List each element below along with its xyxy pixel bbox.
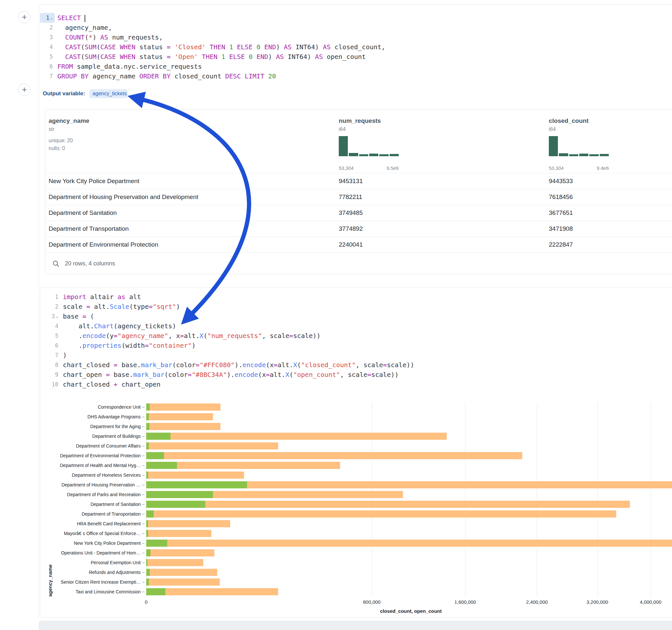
- code-token: "sqrt": [153, 303, 176, 311]
- closed-count-bar: [146, 579, 220, 586]
- code-line[interactable]: 1⌄SELECT: [40, 13, 623, 23]
- column-header-closed_count[interactable]: closed_counti6453,3049.4e6: [549, 117, 672, 172]
- python-cell-card: 1import altair as alt2scale = alt.Scale(…: [40, 287, 672, 618]
- line-number-text: 4: [55, 321, 58, 331]
- code-token: 0: [249, 53, 253, 60]
- column-header-num_requests[interactable]: num_requestsi6453,3049.5e6: [339, 117, 540, 172]
- open-count-bar: [146, 549, 150, 556]
- code-token: (type: [129, 303, 149, 311]
- code-line[interactable]: 7GROUP BY agency_name ORDER BY closed_co…: [40, 71, 623, 81]
- code-token: alt.: [184, 332, 199, 340]
- fold-caret-icon[interactable]: ⌄: [50, 13, 53, 23]
- code-line[interactable]: 5 CAST(SUM(CASE WHEN status = 'Open' THE…: [40, 52, 623, 62]
- code-line[interactable]: 3⌄base = (: [45, 311, 629, 321]
- histogram-bar: [559, 153, 568, 156]
- fold-caret-icon[interactable]: ⌄: [56, 311, 58, 321]
- code-token: X: [285, 371, 289, 379]
- closed-count-bar: [146, 442, 278, 450]
- y-axis-tick: [142, 563, 145, 563]
- add-cell-button-middle[interactable]: +: [18, 83, 30, 96]
- line-number: 4: [45, 321, 60, 331]
- open-count-bar: [146, 462, 177, 469]
- add-cell-button-top[interactable]: +: [18, 11, 30, 23]
- output-variable-chip[interactable]: agency_tickets: [90, 89, 128, 98]
- code-line[interactable]: 9chart_open = base.mark_bar(color="#8BC3…: [45, 370, 629, 380]
- code-token: as: [118, 293, 125, 301]
- table-row[interactable]: New York City Police Department945313194…: [45, 173, 672, 189]
- code-line[interactable]: 3 COUNT(*) AS num_requests,: [40, 32, 623, 42]
- code-line[interactable]: 2 agency_name,: [40, 23, 623, 32]
- code-line[interactable]: 2scale = alt.Scale(type="sqrt"): [45, 302, 629, 311]
- y-axis-label: Department of Buildings: [40, 431, 141, 441]
- code-token: (: [96, 43, 100, 51]
- code-token: properties: [82, 342, 121, 349]
- sql-cell[interactable]: 1⌄SELECT 2 agency_name,3 COUNT(*) AS num…: [40, 13, 623, 81]
- code-line[interactable]: 5 .encode(y="agency_name", x=alt.X("num_…: [45, 331, 629, 341]
- code-token: (y: [106, 332, 114, 340]
- y-axis-label: New York City Police Department: [40, 538, 141, 548]
- code-token: =: [188, 371, 192, 379]
- code-text: chart_closed + chart_open: [60, 380, 161, 389]
- code-token: 1: [229, 43, 233, 51]
- y-axis-label: Mayorâ€ s Office of Special Enforce…: [40, 529, 141, 538]
- y-axis-label: Department of Environmental Protection: [40, 451, 141, 461]
- table-cell: 9453131: [339, 173, 363, 189]
- python-cell[interactable]: 1import altair as alt2scale = alt.Scale(…: [45, 292, 629, 389]
- y-axis-label: Taxi and Limousine Commission: [40, 587, 141, 597]
- line-number-text: 5: [50, 52, 53, 62]
- table-row[interactable]: Department of Housing Preservation and D…: [45, 189, 672, 205]
- code-token: status: [136, 43, 167, 51]
- line-number-text: 2: [55, 302, 58, 311]
- code-token: [245, 53, 249, 60]
- code-token: [264, 72, 268, 80]
- code-token: (: [289, 371, 293, 379]
- code-text: .encode(y="agency_name", x=alt.X("num_re…: [60, 331, 320, 341]
- code-token: 20: [268, 72, 276, 80]
- histogram-min-label: 53,304: [339, 165, 354, 171]
- code-token: "open_count": [293, 371, 340, 379]
- histogram-max-label: 9.4e6: [597, 165, 609, 171]
- y-axis-tick: [142, 504, 145, 505]
- code-line[interactable]: 10chart_closed + chart_open: [45, 380, 629, 389]
- code-token: ELSE: [229, 53, 245, 60]
- search-icon[interactable]: [52, 260, 59, 267]
- results-table: agency_namestrunique: 20nulls: 0num_requ…: [45, 109, 672, 274]
- histogram-min-label: 53,304: [549, 165, 564, 171]
- code-token: +: [114, 381, 118, 388]
- histogram-labels: 53,3049.4e6: [549, 165, 609, 171]
- closed-count-bar: [146, 569, 217, 576]
- x-axis-tick-label: 3,200,000: [586, 599, 608, 605]
- y-axis-tick: [142, 553, 145, 553]
- chart-gridline: [597, 402, 598, 597]
- closed-count-bar: [146, 530, 211, 537]
- code-token: agency_name: [89, 72, 139, 80]
- code-line[interactable]: 8chart_closed = base.mark_bar(color="#FF…: [45, 360, 629, 370]
- code-line[interactable]: 4 alt.Chart(agency_tickets): [45, 321, 629, 331]
- table-row[interactable]: Department of Environmental Protection22…: [45, 237, 672, 252]
- code-token: scale)): [387, 361, 414, 369]
- code-text: alt.Chart(agency_tickets): [60, 321, 176, 331]
- table-cell: Department of Housing Preservation and D…: [49, 189, 198, 205]
- code-token: SELECT: [57, 14, 81, 22]
- table-footer: 20 rows, 4 columns: [45, 252, 672, 274]
- column-stat: nulls: 0: [49, 146, 65, 151]
- table-cell: 9443533: [549, 173, 573, 189]
- code-line[interactable]: 6FROM sample_data.nyc.service_requests: [40, 62, 623, 71]
- code-line[interactable]: 1import altair as alt: [45, 292, 629, 302]
- y-axis-label: Refunds and Adjustments: [40, 567, 141, 577]
- table-row[interactable]: Department of Sanitation37494853677651: [45, 205, 672, 221]
- code-token: =: [114, 332, 118, 340]
- histogram-bar: [359, 154, 368, 156]
- code-token: AS: [323, 43, 331, 51]
- table-row[interactable]: Department of Transportation377489234719…: [45, 221, 672, 237]
- code-line[interactable]: 7): [45, 350, 629, 360]
- code-line[interactable]: 6 .properties(width="container"): [45, 341, 629, 350]
- code-token: alt: [125, 293, 141, 301]
- code-token: CASE: [100, 43, 116, 51]
- table-cell: 3677651: [549, 205, 573, 221]
- column-header-agency_name[interactable]: agency_namestrunique: 20nulls: 0: [49, 117, 249, 172]
- y-axis-tick: [142, 543, 145, 543]
- code-token: (color: [164, 371, 188, 379]
- code-line[interactable]: 4 CAST(SUM(CASE WHEN status = 'Closed' T…: [40, 42, 623, 52]
- line-number-text: 6: [55, 341, 58, 350]
